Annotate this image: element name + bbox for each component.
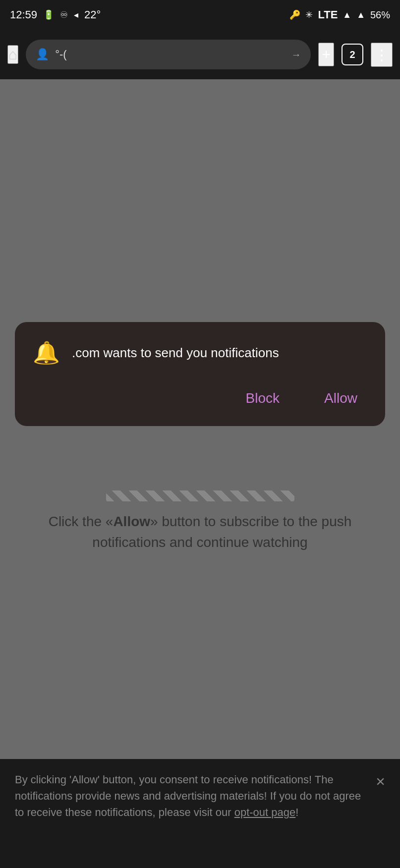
allow-button[interactable]: Allow [314, 385, 367, 411]
tab-count-label: 2 [349, 49, 355, 60]
notification-dialog: 🔔 .com wants to send you notifications B… [15, 322, 385, 426]
temperature-display: 22° [84, 8, 101, 21]
instruction-text: Click the «Allow» button to subscribe to… [20, 511, 380, 553]
address-bar-arrow: → [291, 49, 301, 60]
status-time: 12:59 [10, 8, 37, 21]
banner-text: By clicking 'Allow' button, you consent … [15, 771, 366, 820]
address-text: °-( [55, 48, 285, 61]
plus-icon: + [322, 46, 331, 62]
close-banner-button[interactable]: × [376, 772, 385, 791]
new-tab-button[interactable]: + [318, 43, 334, 66]
tabs-button[interactable]: 2 [342, 44, 363, 65]
block-button[interactable]: Block [236, 385, 289, 411]
key-icon: 🔑 [289, 9, 300, 20]
banner-suffix: ! [295, 806, 298, 818]
status-bar: 12:59 🔋 ♾ ◂ 22° 🔑 ✳ LTE ▲ ▲ 56% [0, 0, 400, 30]
navigation-icon: ◂ [74, 9, 78, 20]
instruction-section: Click the «Allow» button to subscribe to… [0, 490, 400, 553]
more-options-icon: ⋮ [374, 47, 389, 63]
battery-icon: 🔋 [43, 9, 54, 20]
battery-percent: 56% [370, 9, 390, 21]
home-button[interactable]: ⌂ [7, 45, 18, 64]
bluetooth-icon: ♾ [60, 9, 68, 20]
asterisk-icon: ✳ [305, 9, 313, 20]
home-icon: ⌂ [8, 46, 17, 62]
main-content: 🔔 .com wants to send you notifications B… [0, 79, 400, 868]
dialog-message: .com wants to send you notifications [72, 344, 279, 362]
bell-icon: 🔔 [33, 340, 60, 366]
dialog-actions: Block Allow [33, 385, 367, 411]
status-bar-right: 🔑 ✳ LTE ▲ ▲ 56% [289, 8, 390, 21]
signal-icon-2: ▲ [356, 10, 365, 20]
progress-bar [106, 490, 294, 501]
opt-out-link[interactable]: opt-out page [234, 806, 296, 818]
address-bar[interactable]: 👤 °-( → [26, 40, 311, 69]
bottom-banner: By clicking 'Allow' button, you consent … [0, 759, 400, 868]
allow-highlight: Allow [113, 514, 150, 529]
signal-icon: ▲ [343, 10, 351, 20]
lte-label: LTE [318, 8, 338, 21]
banner-text-content: By clicking 'Allow' button, you consent … [15, 773, 361, 818]
dialog-header: 🔔 .com wants to send you notifications [33, 340, 367, 366]
address-bar-icon: 👤 [36, 48, 49, 61]
status-bar-left: 12:59 🔋 ♾ ◂ 22° [10, 8, 101, 21]
browser-chrome: ⌂ 👤 °-( → + 2 ⋮ [0, 30, 400, 79]
menu-button[interactable]: ⋮ [371, 43, 393, 67]
